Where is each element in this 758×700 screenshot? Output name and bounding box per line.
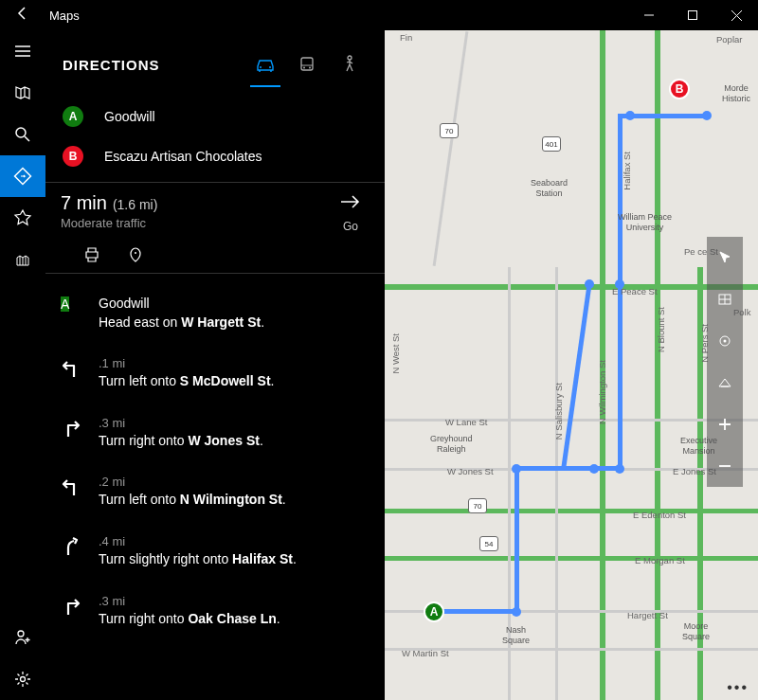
nav-search[interactable]	[0, 114, 45, 155]
map-cursor-icon[interactable]	[707, 237, 743, 278]
map-poi: NashSquare	[502, 625, 530, 646]
svg-point-7	[18, 631, 24, 637]
left-turn-icon	[61, 475, 93, 510]
svg-point-8	[21, 677, 26, 682]
route-shield: 54	[479, 536, 498, 551]
step-instruction: Turn slightly right onto Halifax St.	[99, 550, 370, 569]
svg-point-21	[724, 340, 727, 343]
route-shield: 70	[468, 498, 487, 513]
step-instruction: Turn right onto W Jones St.	[99, 432, 370, 451]
minimize-button[interactable]	[627, 0, 671, 30]
step-item[interactable]: .2 miTurn left onto N Wilmington St.	[61, 465, 370, 525]
map-tilt-icon[interactable]	[707, 362, 743, 404]
step-distance: .3 mi	[99, 416, 370, 430]
step-distance: .1 mi	[99, 356, 370, 370]
svg-point-10	[269, 66, 271, 68]
map-label: Halifax St	[622, 152, 632, 190]
route-summary: 7 min(1.6 mi) Moderate traffic Go	[45, 182, 385, 274]
overflow-button[interactable]: •••	[727, 679, 749, 696]
start-turn-icon: A	[61, 295, 93, 332]
map-label: Fin	[400, 32, 412, 43]
map-zoom-in[interactable]	[707, 404, 743, 445]
nav-settings[interactable]	[0, 658, 45, 700]
maximize-button[interactable]	[671, 0, 714, 30]
map-pin-b[interactable]: B	[669, 79, 690, 99]
svg-point-9	[260, 66, 262, 68]
map-label: N Blount St	[656, 307, 666, 352]
map-toolbar	[707, 237, 743, 487]
step-distance: .2 mi	[99, 475, 370, 489]
step-instruction: Turn left onto N Wilmington St.	[99, 491, 370, 510]
panel-title: DIRECTIONS	[63, 57, 244, 73]
map-poi: SeaboardStation	[531, 178, 568, 199]
map-label: N Salisbury St	[553, 383, 564, 440]
mode-walk[interactable]	[328, 47, 370, 81]
right-turn-icon	[61, 594, 93, 629]
map-layers-icon[interactable]	[707, 278, 743, 320]
map-poi: MordeHistoric	[722, 83, 750, 104]
step-item[interactable]: .4 miTurn slightly right onto Halifax St…	[61, 525, 370, 584]
right-turn-icon	[61, 416, 93, 451]
back-button[interactable]	[0, 6, 45, 25]
map-label: E Edenton St	[633, 510, 686, 520]
summary-time: 7 min(1.6 mi)	[61, 192, 332, 214]
map-label: N Wilmington St	[597, 360, 607, 424]
go-button[interactable]: Go	[332, 192, 370, 233]
step-title: Goodwill	[99, 295, 370, 314]
step-item[interactable]: .3 miTurn right onto W Jones St.	[61, 406, 370, 466]
left-turn-icon	[61, 356, 93, 391]
svg-line-5	[25, 136, 29, 141]
endpoint-b[interactable]: B Escazu Artisan Chocolates	[61, 136, 370, 176]
nav-3d-cities[interactable]	[0, 239, 45, 280]
arrow-right-icon	[332, 192, 370, 216]
nav-rail	[0, 30, 45, 700]
endpoint-a[interactable]: A Goodwill	[61, 97, 370, 136]
map-label: N West St	[390, 333, 401, 374]
nav-directions[interactable]	[0, 155, 45, 197]
pin-b-icon: B	[63, 146, 83, 167]
nav-favorites[interactable]	[0, 197, 45, 239]
map-pin-a[interactable]: A	[424, 601, 444, 622]
step-item[interactable]: .1 miTurn left onto S McDowell St.	[61, 347, 370, 406]
map-poi: GreyhoundRaleigh	[430, 434, 473, 455]
step-distance: .3 mi	[99, 594, 370, 608]
svg-point-15	[348, 56, 352, 60]
svg-point-16	[135, 252, 136, 254]
titlebar: Maps	[0, 0, 758, 30]
map-locate-icon[interactable]	[707, 320, 743, 362]
step-instruction: Head east on W Hargett St.	[99, 314, 370, 332]
svg-point-14	[309, 67, 311, 69]
svg-rect-11	[301, 58, 313, 70]
map-canvas[interactable]: A B Fin Poplar MordeHistoric SeaboardSta…	[385, 30, 758, 700]
mode-drive[interactable]	[244, 47, 286, 81]
mode-transit[interactable]	[286, 47, 328, 81]
step-instruction: Turn right onto Oak Chase Ln.	[99, 610, 370, 629]
map-label: W Jones St	[447, 466, 494, 476]
map-poi: William PeaceUniversity	[618, 212, 672, 233]
nav-account[interactable]	[0, 617, 45, 658]
pin-a-icon: A	[63, 106, 83, 127]
svg-point-4	[16, 128, 26, 137]
svg-point-13	[303, 67, 305, 69]
map-poi: MooreSquare	[682, 621, 710, 642]
nav-map[interactable]	[0, 72, 45, 114]
step-item[interactable]: AGoodwillHead east on W Hargett St.	[61, 285, 370, 347]
endpoint-a-label: Goodwill	[104, 109, 155, 124]
step-distance: .4 mi	[99, 534, 370, 548]
map-label: E Morgan St	[635, 555, 685, 565]
app-title: Maps	[45, 9, 627, 23]
steps-list: AGoodwillHead east on W Hargett St..1 mi…	[45, 274, 385, 700]
map-zoom-out[interactable]	[707, 445, 743, 487]
endpoint-b-label: Escazu Artisan Chocolates	[104, 149, 262, 164]
map-label: W Martin St	[402, 648, 449, 658]
hamburger-button[interactable]	[0, 30, 45, 72]
slight_right-turn-icon	[61, 534, 93, 569]
route-shield: 401	[542, 136, 561, 152]
close-button[interactable]	[714, 0, 758, 30]
print-icon[interactable]	[83, 246, 100, 263]
map-label: Hargett St	[627, 610, 668, 620]
route-shield: 70	[440, 123, 459, 138]
share-icon[interactable]	[127, 246, 144, 263]
step-item[interactable]: .3 miTurn right onto Oak Chase Ln.	[61, 584, 370, 644]
summary-traffic: Moderate traffic	[61, 216, 332, 230]
